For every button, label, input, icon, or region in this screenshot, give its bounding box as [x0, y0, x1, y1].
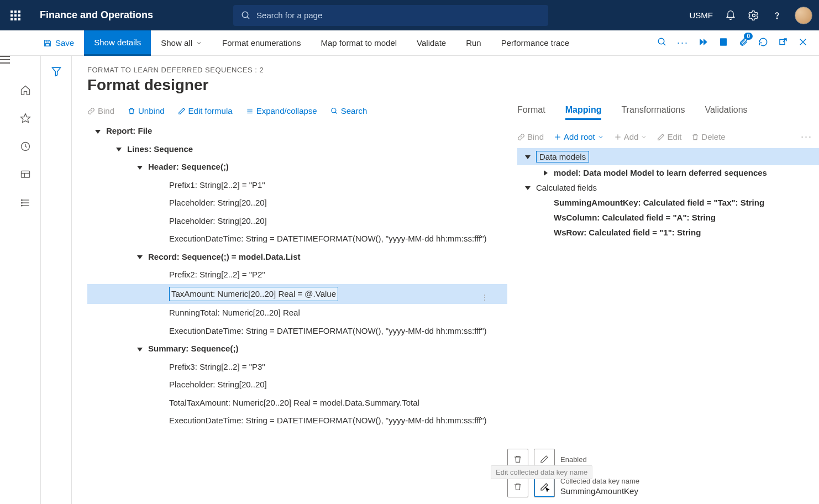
tree-node[interactable]: TaxAmount: Numeric[20..20] Real = @.Valu… [87, 284, 507, 305]
delete-key-button[interactable] [507, 476, 528, 497]
add-button[interactable]: Add [614, 132, 648, 141]
mapping-edit-button[interactable]: Edit [657, 132, 681, 141]
tree-node[interactable]: Report: File [87, 122, 507, 140]
tree-node[interactable]: Prefix2: String[2..2] = "P2" [87, 266, 507, 284]
more-icon[interactable]: ··· [677, 37, 689, 49]
tree-search-button[interactable]: Search [330, 106, 368, 116]
delete-icon [128, 107, 135, 115]
svg-rect-5 [46, 43, 50, 46]
mapping-node[interactable]: Calculated fields [517, 180, 819, 195]
close-icon[interactable] [798, 37, 808, 49]
tree-node[interactable]: Placeholder: String[20..20] [87, 376, 507, 394]
svg-marker-13 [20, 114, 30, 123]
mapping-more-button[interactable]: ··· [801, 131, 812, 143]
tab-mapping[interactable]: Mapping [565, 102, 602, 120]
tree-node[interactable]: RunningTotal: Numeric[20..20] Real [87, 304, 507, 322]
bind-button[interactable]: Bind [87, 106, 114, 116]
tree-node-label: Prefix3: String[2..2] = "P3" [169, 361, 265, 374]
navigation-rail [10, 56, 41, 504]
tree-node[interactable]: Summary: Sequence(;) [87, 340, 507, 358]
mapping-delete-button[interactable]: Delete [691, 132, 725, 141]
tree-node[interactable]: ExecutionDateTime: String = DATETIMEFORM… [87, 412, 507, 430]
tree-node[interactable]: Lines: Sequence [87, 140, 507, 159]
page-title: Format designer [87, 76, 819, 94]
mapping-node[interactable]: WsColumn: Calculated field = "A": String [517, 210, 819, 225]
page-search-icon[interactable] [657, 37, 667, 49]
tree-node-label: ExecutionDateTime: String = DATETIMEFORM… [169, 233, 486, 245]
show-details-button[interactable]: Show details [84, 30, 151, 56]
tree-node[interactable]: Header: Sequence(;) [87, 158, 507, 176]
mapping-node[interactable]: SummingAmountKey: Calculated field = "Ta… [517, 195, 819, 210]
expand-collapse-button[interactable]: Expand/collapse [246, 106, 317, 116]
mapping-node-label: Data models [536, 151, 589, 162]
tab-format[interactable]: Format [517, 102, 545, 120]
nav-toggle[interactable] [0, 56, 10, 504]
tree-node-label: Lines: Sequence [127, 143, 193, 156]
run-button[interactable]: Run [456, 30, 491, 56]
tree-node[interactable]: Placeholder: String[20..20] [87, 212, 507, 230]
tree-node[interactable]: Placeholder: String[20..20] [87, 194, 507, 212]
popout-icon[interactable] [778, 37, 788, 49]
settings-icon[interactable] [748, 10, 759, 21]
refresh-icon[interactable] [758, 37, 768, 49]
notification-icon[interactable] [725, 10, 736, 21]
expander-icon[interactable] [524, 184, 532, 192]
pane-resize-handle[interactable]: ⋮ [481, 293, 487, 302]
unbind-button[interactable]: Unbind [128, 106, 165, 116]
user-avatar[interactable] [795, 7, 812, 24]
tree-node[interactable]: Prefix1: String[2..2] = "P1" [87, 176, 507, 195]
tree-node-label: Record: Sequence(;) = model.Data.List [148, 251, 300, 264]
mapping-node[interactable]: WsRow: Calculated field = "1": String [517, 225, 819, 240]
tree-node[interactable]: TotalTaxAmount: Numeric[20..20] Real = m… [87, 394, 507, 412]
tree-node[interactable]: Prefix3: String[2..2] = "P3" [87, 358, 507, 376]
expander-icon[interactable] [542, 169, 549, 177]
performance-trace-button[interactable]: Performance trace [491, 30, 579, 56]
tree-node-label: TaxAmount: Numeric[20..20] Real = @.Valu… [169, 287, 338, 302]
mapping-node-label: Calculated fields [536, 183, 597, 192]
office-icon[interactable] [718, 37, 728, 49]
plus-icon [554, 133, 561, 141]
tree-node[interactable]: ExecutionDateTime: String = DATETIMEFORM… [87, 322, 507, 340]
filter-icon[interactable] [51, 66, 62, 504]
link-icon [87, 107, 95, 115]
attachments-icon[interactable]: 0 [738, 37, 748, 49]
mapping-node[interactable]: model: Data model Model to learn deferre… [517, 165, 819, 180]
search-icon [241, 11, 251, 20]
expander-icon[interactable] [136, 163, 144, 171]
workspaces-icon[interactable] [20, 169, 31, 182]
edit-key-button[interactable] [534, 476, 555, 497]
favorites-icon[interactable] [20, 113, 31, 125]
recent-icon[interactable] [20, 141, 31, 154]
search-input[interactable] [256, 11, 540, 20]
tree-node-label: TotalTaxAmount: Numeric[20..20] Real = m… [169, 397, 419, 410]
plus-icon [614, 133, 622, 141]
expander-icon[interactable] [524, 153, 532, 161]
global-search[interactable] [233, 5, 548, 26]
expander-icon[interactable] [136, 345, 144, 353]
tab-validations[interactable]: Validations [705, 102, 747, 120]
add-root-button[interactable]: Add root [554, 132, 604, 141]
edit-formula-button[interactable]: Edit formula [178, 106, 233, 116]
tab-transformations[interactable]: Transformations [621, 102, 685, 120]
home-icon[interactable] [20, 85, 31, 97]
app-launcher-icon[interactable] [7, 7, 24, 24]
show-all-button[interactable]: Show all [151, 30, 212, 56]
mapping-bind-button[interactable]: Bind [517, 132, 544, 141]
expander-icon[interactable] [94, 127, 102, 135]
map-format-button[interactable]: Map format to model [311, 30, 407, 56]
validate-button[interactable]: Validate [407, 30, 456, 56]
edit-icon [657, 133, 665, 141]
power-automate-icon[interactable] [699, 37, 708, 49]
tree-node[interactable]: ExecutionDateTime: String = DATETIMEFORM… [87, 230, 507, 248]
expander-icon[interactable] [136, 253, 144, 261]
mapping-tree[interactable]: Data modelsmodel: Data model Model to le… [517, 148, 819, 240]
format-tree[interactable]: Report: FileLines: SequenceHeader: Seque… [87, 122, 507, 504]
modules-icon[interactable] [20, 197, 31, 210]
help-icon[interactable] [771, 10, 783, 21]
expander-icon[interactable] [115, 145, 123, 153]
format-enumerations-button[interactable]: Format enumerations [212, 30, 311, 56]
mapping-node[interactable]: Data models [517, 148, 819, 165]
tree-node[interactable]: Record: Sequence(;) = model.Data.List [87, 248, 507, 266]
save-button[interactable]: Save [33, 30, 84, 56]
company-label[interactable]: USMF [690, 11, 713, 20]
